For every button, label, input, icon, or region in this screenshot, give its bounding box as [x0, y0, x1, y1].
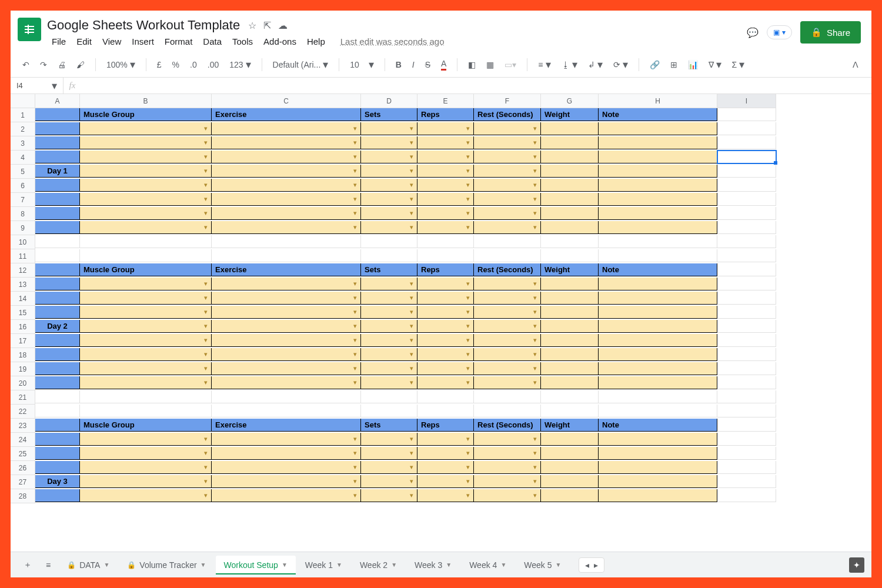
colhead-E[interactable]: E — [417, 94, 474, 108]
dropdown-cell[interactable] — [212, 136, 361, 149]
chart-icon[interactable]: 📊 — [684, 58, 701, 72]
h-align-dropdown[interactable]: ≡ ▾ — [534, 56, 554, 74]
weight-cell[interactable] — [541, 292, 599, 305]
rowhead-20[interactable]: 20 — [11, 376, 35, 390]
dropdown-cell[interactable] — [212, 376, 361, 389]
dropdown-cell[interactable] — [417, 292, 474, 305]
cell-I18[interactable] — [717, 348, 776, 361]
all-sheets-button[interactable]: ≡ — [40, 557, 56, 573]
dropdown-cell[interactable] — [474, 348, 541, 361]
dropdown-cell[interactable] — [474, 179, 541, 192]
v-align-dropdown[interactable]: ⭳ ▾ — [558, 56, 581, 74]
cell[interactable] — [80, 390, 212, 403]
dropdown-cell[interactable] — [417, 151, 474, 163]
note-cell[interactable] — [599, 320, 717, 333]
dropdown-cell[interactable] — [474, 489, 541, 502]
weight-cell[interactable] — [541, 362, 599, 375]
dropdown-cell[interactable] — [80, 362, 212, 375]
dropdown-cell[interactable] — [80, 489, 212, 502]
dropdown-cell[interactable] — [417, 348, 474, 361]
rowhead-28[interactable]: 28 — [11, 489, 35, 503]
redo-icon[interactable]: ↷ — [36, 58, 51, 72]
cell[interactable] — [80, 235, 212, 248]
dropdown-cell[interactable] — [212, 292, 361, 305]
chevron-down-icon[interactable]: ▼ — [201, 562, 206, 568]
cell[interactable] — [361, 390, 417, 403]
dropdown-cell[interactable] — [417, 320, 474, 333]
increase-decimal-button[interactable]: .00 — [204, 58, 222, 72]
dropdown-cell[interactable] — [212, 122, 361, 135]
cell[interactable] — [417, 235, 474, 248]
dropdown-cell[interactable] — [80, 348, 212, 361]
dropdown-cell[interactable] — [212, 489, 361, 502]
dropdown-cell[interactable] — [361, 193, 417, 206]
note-cell[interactable] — [599, 447, 717, 460]
rowhead-12[interactable]: 12 — [11, 263, 35, 278]
menu-data[interactable]: Data — [198, 35, 226, 48]
dropdown-cell[interactable] — [474, 292, 541, 305]
dropdown-cell[interactable] — [474, 433, 541, 446]
cell[interactable] — [417, 405, 474, 417]
dropdown-cell[interactable] — [417, 306, 474, 319]
dropdown-cell[interactable] — [361, 475, 417, 488]
weight-cell[interactable] — [541, 221, 599, 234]
note-cell[interactable] — [599, 165, 717, 178]
rowhead-16[interactable]: 16 — [11, 320, 35, 334]
weight-cell[interactable] — [541, 151, 599, 163]
dropdown-cell[interactable] — [212, 348, 361, 361]
menu-insert[interactable]: Insert — [127, 35, 159, 48]
cell-I1[interactable] — [717, 108, 776, 121]
weight-cell[interactable] — [541, 136, 599, 149]
collapse-toolbar-icon[interactable]: ᐱ — [848, 58, 863, 72]
cell[interactable] — [361, 235, 417, 248]
cell-I8[interactable] — [717, 207, 776, 220]
dropdown-cell[interactable] — [474, 306, 541, 319]
rowhead-4[interactable]: 4 — [11, 151, 35, 165]
dropdown-cell[interactable] — [361, 320, 417, 333]
dropdown-cell[interactable] — [80, 136, 212, 149]
dropdown-cell[interactable] — [80, 306, 212, 319]
weight-cell[interactable] — [541, 122, 599, 135]
cell-I16[interactable] — [717, 320, 776, 333]
dropdown-cell[interactable] — [80, 278, 212, 290]
dropdown-cell[interactable] — [361, 136, 417, 149]
sheet-tab-week-5[interactable]: Week 5▼ — [516, 556, 569, 574]
chevron-down-icon[interactable]: ▼ — [500, 562, 506, 568]
decrease-decimal-button[interactable]: .0 — [186, 58, 201, 72]
weight-cell[interactable] — [541, 334, 599, 347]
cell[interactable] — [599, 235, 717, 248]
rowhead-18[interactable]: 18 — [11, 348, 35, 362]
menu-edit[interactable]: Edit — [72, 35, 96, 48]
sheet-tab-workout-setup[interactable]: Workout Setup▼ — [216, 556, 296, 574]
weight-cell[interactable] — [541, 207, 599, 220]
dropdown-cell[interactable] — [417, 362, 474, 375]
weight-cell[interactable] — [541, 447, 599, 460]
cell[interactable] — [599, 405, 717, 417]
colhead-D[interactable]: D — [361, 94, 417, 108]
dropdown-cell[interactable] — [212, 165, 361, 178]
dropdown-cell[interactable] — [80, 179, 212, 192]
cell[interactable] — [35, 249, 80, 262]
dropdown-cell[interactable] — [361, 433, 417, 446]
dropdown-cell[interactable] — [417, 433, 474, 446]
cell-I2[interactable] — [717, 122, 776, 135]
cell[interactable] — [541, 235, 599, 248]
cell-I27[interactable] — [717, 475, 776, 488]
dropdown-cell[interactable] — [361, 376, 417, 389]
note-cell[interactable] — [599, 136, 717, 149]
cell-I6[interactable] — [717, 179, 776, 192]
cell[interactable] — [212, 235, 361, 248]
cell-I14[interactable] — [717, 292, 776, 305]
cell[interactable] — [474, 235, 541, 248]
chevron-down-icon[interactable]: ▼ — [336, 562, 342, 568]
dropdown-cell[interactable] — [80, 221, 212, 234]
cell-I9[interactable] — [717, 221, 776, 234]
sheet-tab-data[interactable]: 🔒DATA▼ — [59, 556, 118, 574]
cell[interactable] — [541, 405, 599, 417]
font-size-dropdown[interactable]: 10 ▾ — [346, 56, 377, 74]
dropdown-cell[interactable] — [361, 151, 417, 163]
weight-cell[interactable] — [541, 278, 599, 290]
dropdown-cell[interactable] — [212, 278, 361, 290]
print-icon[interactable]: 🖨 — [54, 58, 69, 72]
rowhead-11[interactable]: 11 — [11, 249, 35, 263]
